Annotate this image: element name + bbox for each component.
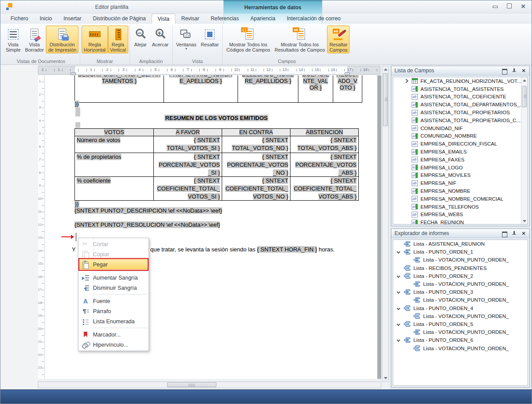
vista-simple-button[interactable]: Vista Simple [4, 26, 23, 53]
pin-panel-icon[interactable] [511, 68, 517, 73]
chevron-down-icon[interactable] [397, 290, 400, 294]
votes-detail-table[interactable]: DESCRIPCION_FINCA_DEPARTAMENTOS }PROPIET… [74, 75, 362, 103]
scroll-up-icon[interactable] [521, 77, 527, 83]
ventanas-button[interactable]: Ventanas ▾ [174, 26, 199, 52]
vertical-scroll-thumb[interactable] [383, 73, 388, 126]
report-explorer-item[interactable]: Lista - VOTACION_PUNTO_ORDEN_ [393, 256, 528, 264]
menu-item-lista-enumerada[interactable]: Lista Enumerada [79, 316, 148, 326]
chevron-right-icon[interactable] [404, 79, 409, 83]
chevron-down-icon[interactable] [397, 338, 400, 342]
tab-intercalacion-de-correo[interactable]: Intercalación de correo [281, 14, 346, 24]
report-explorer-item[interactable]: Lista - VOTACION_PUNTO_ORDEN_ [393, 280, 528, 288]
field-list-item[interactable]: abEMPRESA_NOMBRE [393, 187, 528, 195]
scroll-up-icon[interactable] [383, 66, 388, 72]
right-indent-marker-base[interactable] [345, 73, 350, 75]
report-explorer-item[interactable]: Lista - VOTACION_PUNTO_ORDEN_ [393, 296, 528, 304]
report-explorer-item[interactable]: Lista - PUNTO_ORDEN_6 [393, 336, 528, 344]
report-explorer-item[interactable]: Lista - PUNTO_ORDEN_4 [393, 304, 528, 312]
report-explorer-item[interactable]: Lista - VOTACION_PUNTO_ORDEN_ [393, 312, 528, 320]
scroll-down-icon[interactable] [383, 375, 388, 381]
close-panel-icon[interactable]: ✕ [521, 231, 526, 236]
vista-borrador-button[interactable]: Vista Borrador [23, 26, 46, 53]
regla-vertical-button[interactable]: Regla Vertical [108, 26, 128, 53]
close-button[interactable]: ✕ [519, 3, 527, 10]
chevron-down-icon[interactable] [397, 274, 400, 278]
field-list-scroll-thumb[interactable] [522, 86, 527, 107]
menu-item-hipervinculo[interactable]: Hipervínculo... [79, 340, 148, 350]
tab-revisar[interactable]: Revisar [175, 14, 205, 24]
report-explorer-item[interactable]: Lista - PUNTO_ORDEN_5 [393, 320, 528, 328]
field-list-item[interactable]: abASISTENCIA_TOTAL_ASISTENTES [393, 85, 528, 93]
field-list-item[interactable]: abCOMUNIDAD_NOMBRE [393, 132, 528, 140]
minimize-button[interactable] [491, 3, 499, 10]
tab-inicio[interactable]: Inicio [34, 14, 58, 24]
tab-distribucion-de-pagina[interactable]: Distribución de Página [87, 14, 152, 24]
menu-item-aumentar-sangria[interactable]: Aumentar Sangría [79, 273, 148, 283]
menu-item-pegar[interactable]: Pegar [79, 259, 148, 269]
document-horizontal-scrollbar[interactable] [38, 382, 381, 388]
field-list-item[interactable]: abASISTENCIA_TOTAL_PROPIETARIOS_C... [393, 116, 528, 124]
field-list-item[interactable]: abASISTENCIA_TOTAL_PROPIETARIOS [393, 108, 528, 116]
report-explorer-item[interactable]: Lista - ASISTENCIA_REUNION [393, 240, 528, 248]
field-list-item[interactable]: abEMPRESA_MOVILES [393, 172, 528, 180]
menu-item-cortar[interactable]: Cortar [79, 239, 148, 249]
menu-item-parrafo[interactable]: Párrafo [79, 306, 148, 316]
document-page[interactable]: DESCRIPCION_FINCA_DEPARTAMENTOS }PROPIET… [45, 75, 377, 379]
chevron-down-icon[interactable] [397, 322, 400, 326]
field-list-item[interactable]: abEMPRESA_WEBS [393, 211, 528, 219]
pin-panel-icon[interactable] [511, 231, 517, 236]
tab-referencias[interactable]: Referencias [205, 14, 245, 24]
tab-vista[interactable]: Vista [152, 14, 175, 24]
menu-item-copiar[interactable]: Copiar [79, 249, 148, 259]
field-list-item[interactable]: abEMPRESA_FAXES [393, 156, 528, 164]
maximize-panel-icon[interactable] [502, 68, 507, 73]
menu-item-disminuir-sangria[interactable]: Disminuir Sangría [79, 283, 148, 293]
field-list-item[interactable]: abEMPRESA_TELEFONOS [393, 203, 528, 211]
report-explorer-item[interactable]: Lista - VOTACION_PUNTO_ORDEN_ [393, 328, 528, 336]
field-list-item[interactable]: abEMPRESA_DIRECCION_FISCAL [393, 140, 528, 148]
vertical-ruler: 1234567891011121314151617181920212223 [38, 75, 45, 379]
tab-fichero[interactable]: Fichero [5, 14, 34, 24]
field-list-item[interactable]: abCOMUNIDAD_NIF [393, 124, 528, 132]
votes-summary-table[interactable]: VOTOSA FAVOREN CONTRAABSTENCIONNúmero de… [74, 128, 359, 201]
maximize-panel-icon[interactable] [502, 231, 507, 236]
restore-button[interactable] [505, 3, 513, 10]
regla-horizontal-button[interactable]: Regla Horizontal [82, 26, 108, 53]
field-list-item[interactable]: abASISTENCIA_TOTAL_DEPARTAMENTOS_... [393, 101, 528, 108]
print-layout-icon [55, 27, 69, 41]
tab-insertar[interactable]: Insertar [58, 14, 87, 24]
field-list-scrollbar[interactable] [521, 77, 528, 224]
field-list-item[interactable]: abEMPRESA_EMAILS [393, 148, 528, 156]
field-list-item[interactable]: FK_ACTA_REUNION_HORIZONTAL_VOT... [393, 77, 528, 85]
left-indent-marker[interactable] [71, 73, 75, 75]
field-list-item[interactable]: abEMPRESA_NOMBRE_COMERCIAL [393, 195, 528, 203]
resaltar-campos-button[interactable]: ab Resaltar Campos [327, 26, 350, 53]
report-explorer-item[interactable]: Lista - PUNTO_ORDEN_3 [393, 288, 528, 296]
menu-item-fuente[interactable]: Fuente [79, 296, 148, 306]
field-results-icon: ab [293, 27, 307, 41]
document-vertical-scrollbar[interactable] [382, 66, 389, 382]
mostrar-codigos-de-campos-button[interactable]: { } Mostrar Todos los Códigos de Campos [224, 26, 272, 53]
report-explorer-item[interactable]: Lista - PUNTO_ORDEN_2 [393, 272, 528, 280]
chevron-down-icon[interactable] [397, 306, 400, 310]
alejar-button[interactable]: Alejar [131, 26, 150, 48]
field-list-item[interactable]: abEMPRESA_NIF [393, 179, 528, 187]
menu-item-marcador[interactable]: Marcador... [79, 329, 148, 340]
field-list-item[interactable]: abFECHA_REUNION [393, 218, 528, 224]
field-list-item[interactable]: 01EMPRESA_LOGO [393, 164, 528, 172]
report-explorer-item[interactable]: Lista - VOTACION_PUNTO_ORDEN_ [393, 344, 528, 352]
horizontal-scroll-thumb[interactable] [167, 382, 216, 387]
ruler-number: 19 [38, 314, 42, 318]
report-explorer-item[interactable]: Lista - PUNTO_ORDEN_1 [393, 248, 528, 256]
chevron-down-icon[interactable] [397, 250, 400, 254]
resaltar-button[interactable]: Resaltar [198, 26, 221, 48]
distribucion-de-impresion-button[interactable]: Distribución de Impresión [46, 26, 78, 53]
close-panel-icon[interactable]: ✕ [521, 68, 526, 73]
acercar-button[interactable]: Acercar [150, 26, 171, 48]
tab-apariencia[interactable]: Apariencia [245, 14, 281, 24]
mostrar-resultados-de-campos-button[interactable]: ab Mostrar Todos los Resultados de Campo… [272, 26, 327, 53]
scroll-down-icon[interactable] [521, 218, 527, 224]
field-name: EMPRESA_LOGO [420, 165, 463, 170]
report-explorer-item[interactable]: Lista - RECIBOS_PENDIENTES [393, 264, 528, 272]
field-list-item[interactable]: abASISTENCIA_TOTAL_COEFICIENTE [393, 93, 528, 101]
